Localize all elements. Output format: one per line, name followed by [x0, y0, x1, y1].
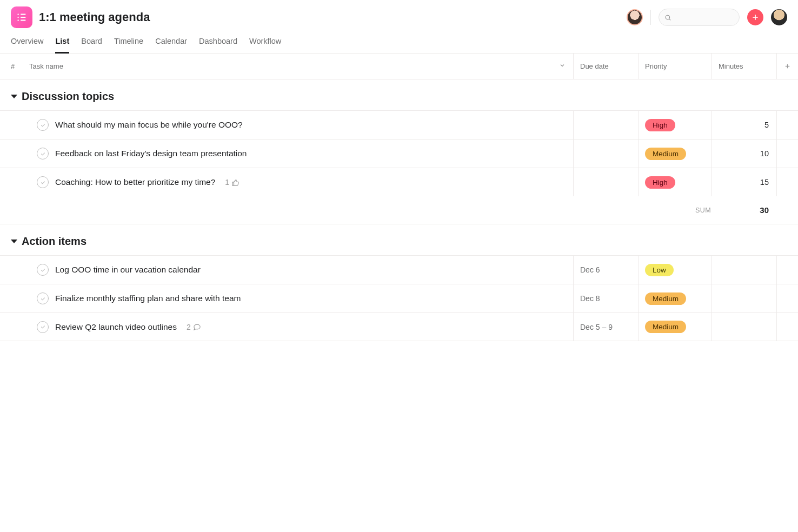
complete-checkbox[interactable]	[37, 292, 49, 304]
task-row[interactable]: Finalize monthly staffing plan and share…	[0, 284, 798, 312]
svg-point-4	[17, 19, 18, 21]
col-header-due[interactable]: Due date	[573, 54, 638, 79]
col-header-number: #	[0, 62, 22, 70]
complete-checkbox[interactable]	[37, 148, 49, 159]
user-avatar[interactable]	[771, 9, 787, 25]
minutes-cell[interactable]	[711, 284, 776, 312]
section-header[interactable]: Action items	[0, 224, 798, 255]
task-main[interactable]: What should my main focus be while you'r…	[11, 111, 573, 139]
tab-workflow[interactable]: Workflow	[249, 34, 281, 53]
priority-pill[interactable]: Low	[645, 264, 674, 276]
task-name[interactable]: Feedback on last Friday's design team pr…	[55, 149, 247, 158]
due-date-cell[interactable]: Dec 6	[573, 256, 638, 284]
task-row[interactable]: What should my main focus be while you'r…	[0, 110, 798, 139]
section-title: Discussion topics	[22, 90, 114, 103]
task-main[interactable]: Coaching: How to better prioritize my ti…	[11, 168, 573, 196]
member-avatar-1[interactable]	[627, 9, 643, 25]
tab-dashboard[interactable]: Dashboard	[199, 34, 237, 53]
plus-icon	[784, 63, 791, 70]
search-icon	[664, 14, 671, 22]
due-date-cell[interactable]: Dec 5 – 9	[573, 313, 638, 341]
task-name[interactable]: Log OOO time in our vacation calendar	[55, 265, 201, 275]
topbar-right	[627, 9, 787, 26]
task-main[interactable]: Feedback on last Friday's design team pr…	[11, 139, 573, 168]
priority-cell[interactable]: High	[638, 168, 711, 196]
divider	[650, 10, 651, 25]
priority-pill[interactable]: Medium	[645, 292, 686, 305]
list-icon	[16, 11, 28, 23]
due-date-cell[interactable]	[573, 168, 638, 196]
like-count[interactable]: 1	[225, 178, 240, 187]
minutes-cell[interactable]	[711, 256, 776, 284]
complete-checkbox[interactable]	[37, 176, 49, 188]
section-title: Action items	[22, 235, 87, 248]
caret-down-icon	[11, 95, 17, 98]
minutes-cell[interactable]	[711, 313, 776, 341]
priority-pill[interactable]: High	[645, 176, 675, 189]
task-name[interactable]: What should my main focus be while you'r…	[55, 120, 243, 130]
due-date-cell[interactable]: Dec 8	[573, 284, 638, 312]
col-header-task-label: Task name	[29, 62, 63, 70]
task-row[interactable]: Coaching: How to better prioritize my ti…	[0, 168, 798, 196]
tab-overview[interactable]: Overview	[11, 34, 43, 53]
sum-row: SUM 30	[0, 196, 798, 224]
tab-timeline[interactable]: Timeline	[114, 34, 143, 53]
row-extra-cell	[776, 284, 798, 312]
task-row[interactable]: Log OOO time in our vacation calendar De…	[0, 255, 798, 284]
plus-icon	[751, 13, 760, 22]
svg-point-0	[17, 14, 18, 15]
col-header-priority[interactable]: Priority	[638, 54, 711, 79]
priority-cell[interactable]: Medium	[638, 284, 711, 312]
task-row[interactable]: Feedback on last Friday's design team pr…	[0, 139, 798, 168]
caret-down-icon	[11, 240, 17, 243]
tab-list[interactable]: List	[55, 34, 69, 54]
project-title[interactable]: 1:1 meeting agenda	[39, 10, 150, 24]
task-row[interactable]: Review Q2 launch video outlines 2 Dec 5 …	[0, 312, 798, 341]
tab-calendar[interactable]: Calendar	[155, 34, 187, 53]
complete-checkbox[interactable]	[37, 321, 49, 333]
complete-checkbox[interactable]	[37, 119, 49, 131]
task-main[interactable]: Finalize monthly staffing plan and share…	[11, 284, 573, 312]
complete-checkbox[interactable]	[37, 264, 49, 276]
minutes-cell[interactable]: 15	[711, 168, 776, 196]
priority-cell[interactable]: High	[638, 111, 711, 139]
minutes-cell[interactable]: 5	[711, 111, 776, 139]
row-extra-cell	[776, 111, 798, 139]
comment-count[interactable]: 2	[187, 323, 201, 331]
view-tabs: Overview List Board Timeline Calendar Da…	[0, 28, 798, 54]
column-header-row: # Task name Due date Priority Minutes	[0, 54, 798, 79]
search-input[interactable]	[675, 14, 734, 22]
sum-label: SUM	[695, 207, 711, 214]
priority-pill[interactable]: Medium	[645, 321, 686, 333]
due-date-cell[interactable]	[573, 139, 638, 168]
svg-line-7	[669, 18, 670, 19]
task-name[interactable]: Coaching: How to better prioritize my ti…	[55, 177, 215, 187]
due-date-cell[interactable]	[573, 111, 638, 139]
task-name[interactable]: Review Q2 launch video outlines	[55, 322, 177, 332]
chevron-down-icon[interactable]	[559, 62, 566, 70]
priority-pill[interactable]: High	[645, 119, 675, 131]
add-column-button[interactable]	[776, 54, 798, 79]
priority-cell[interactable]: Medium	[638, 139, 711, 168]
col-header-task[interactable]: Task name	[22, 62, 573, 70]
task-main[interactable]: Log OOO time in our vacation calendar	[11, 256, 573, 284]
priority-pill[interactable]: Medium	[645, 148, 686, 160]
svg-point-6	[666, 15, 669, 19]
row-extra-cell	[776, 139, 798, 168]
add-button[interactable]	[747, 9, 763, 25]
project-icon	[11, 6, 32, 28]
sum-value: 30	[760, 205, 769, 215]
tab-board[interactable]: Board	[81, 34, 102, 53]
section-header[interactable]: Discussion topics	[0, 79, 798, 110]
row-extra-cell	[776, 256, 798, 284]
row-extra-cell	[776, 168, 798, 196]
task-name[interactable]: Finalize monthly staffing plan and share…	[55, 294, 241, 303]
row-extra-cell	[776, 313, 798, 341]
minutes-cell[interactable]: 10	[711, 139, 776, 168]
task-main[interactable]: Review Q2 launch video outlines 2	[11, 313, 573, 341]
svg-point-2	[17, 17, 18, 18]
col-header-minutes[interactable]: Minutes	[711, 54, 776, 79]
priority-cell[interactable]: Low	[638, 256, 711, 284]
priority-cell[interactable]: Medium	[638, 313, 711, 341]
search-input-wrapper[interactable]	[659, 9, 740, 26]
